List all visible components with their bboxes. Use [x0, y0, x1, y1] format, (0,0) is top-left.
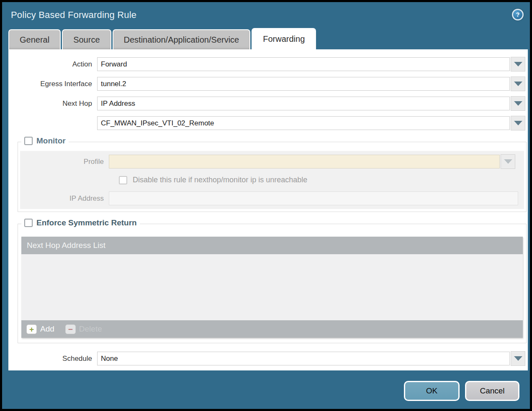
disable-rule-checkbox: [119, 176, 127, 184]
plus-glyph: +: [29, 325, 34, 333]
action-dropdown-button[interactable]: [511, 57, 525, 71]
tab-general[interactable]: General: [8, 29, 61, 49]
ok-button[interactable]: OK: [404, 381, 460, 401]
tab-label: Destination/Application/Service: [124, 35, 239, 45]
next-hop-address-list-footer: + Add − Delete: [21, 320, 523, 338]
pbf-rule-dialog: Policy Based Forwarding Rule ? General S…: [2, 2, 530, 409]
tab-label: General: [20, 35, 49, 45]
disable-rule-row: Disable this rule if nexthop/monitor ip …: [119, 176, 524, 184]
tab-destination-application-service[interactable]: Destination/Application/Service: [113, 29, 251, 49]
monitor-legend-label: Monitor: [36, 136, 66, 146]
profile-dropdown-button: [501, 154, 515, 169]
delete-button-label: Delete: [79, 324, 102, 334]
action-select[interactable]: [97, 57, 510, 71]
tab-label: Forwarding: [263, 34, 305, 44]
next-hop-address-dropdown-button[interactable]: [511, 116, 525, 130]
egress-interface-row: Egress Interface: [8, 77, 525, 91]
chevron-down-icon: [514, 356, 522, 361]
profile-select: [109, 155, 500, 168]
monitor-ip-address-row: IP Address: [20, 191, 521, 205]
chevron-down-icon: [514, 62, 522, 66]
enforce-symmetric-return-legend: Enforce Symmetric Return: [21, 218, 140, 227]
chevron-down-icon: [514, 101, 522, 106]
help-icon: ?: [513, 10, 522, 19]
enforce-symmetric-return-checkbox[interactable]: [24, 219, 33, 227]
monitor-ip-address-label: IP Address: [20, 194, 109, 203]
monitor-body: Profile Disable this rule if nexthop/mon…: [20, 151, 524, 209]
delete-button: − Delete: [65, 324, 102, 334]
dialog-titlebar: Policy Based Forwarding Rule ?: [2, 2, 530, 28]
minus-icon: −: [65, 324, 76, 334]
next-hop-address-row: [8, 116, 525, 130]
tab-bar: General Source Destination/Application/S…: [2, 28, 530, 49]
profile-label: Profile: [20, 158, 109, 166]
enforce-symmetric-return-legend-label: Enforce Symmetric Return: [36, 218, 137, 227]
minus-glyph: −: [68, 325, 73, 333]
help-button[interactable]: ?: [512, 9, 524, 20]
monitor-legend: Monitor: [21, 136, 69, 146]
chevron-down-icon: [504, 159, 512, 164]
next-hop-address-list-table: Next Hop Address List + Add −: [21, 237, 523, 338]
cancel-button[interactable]: Cancel: [465, 381, 519, 401]
next-hop-address-list-body: [21, 254, 523, 320]
monitor-ip-address-input: [109, 191, 518, 205]
profile-row: Profile: [20, 154, 521, 169]
chevron-down-icon: [514, 82, 522, 86]
next-hop-row: Next Hop: [8, 96, 525, 111]
tab-label: Source: [73, 35, 100, 45]
egress-interface-select[interactable]: [97, 77, 510, 91]
chevron-down-icon: [514, 121, 522, 125]
add-button-label: Add: [40, 324, 54, 334]
action-row: Action: [8, 57, 525, 71]
next-hop-label: Next Hop: [8, 100, 97, 108]
screen: Policy Based Forwarding Rule ? General S…: [0, 0, 532, 411]
add-button[interactable]: + Add: [26, 324, 54, 334]
next-hop-type-select[interactable]: [97, 97, 510, 110]
schedule-select[interactable]: [97, 352, 510, 365]
egress-interface-dropdown-button[interactable]: [511, 77, 525, 91]
dialog-title: Policy Based Forwarding Rule: [11, 10, 136, 20]
next-hop-address-input[interactable]: [97, 116, 510, 130]
next-hop-address-list-header: Next Hop Address List: [21, 237, 523, 254]
tab-source[interactable]: Source: [62, 29, 111, 49]
tab-forwarding[interactable]: Forwarding: [252, 28, 316, 49]
monitor-checkbox[interactable]: [24, 137, 33, 145]
egress-interface-label: Egress Interface: [8, 80, 97, 88]
dialog-footer: OK Cancel: [404, 381, 519, 401]
action-label: Action: [8, 60, 97, 69]
schedule-row: Schedule: [8, 351, 525, 366]
schedule-dropdown-button[interactable]: [511, 351, 525, 366]
enforce-symmetric-return-section: Enforce Symmetric Return Next Hop Addres…: [18, 224, 527, 343]
next-hop-type-dropdown-button[interactable]: [511, 96, 525, 111]
monitor-section: Monitor Profile Disable this rule if nex…: [18, 142, 527, 212]
plus-icon: +: [26, 324, 37, 334]
forwarding-tab-panel: Action Egress Interface Next Hop: [8, 49, 528, 370]
disable-rule-label: Disable this rule if nexthop/monitor ip …: [133, 176, 307, 184]
schedule-label: Schedule: [8, 355, 97, 363]
